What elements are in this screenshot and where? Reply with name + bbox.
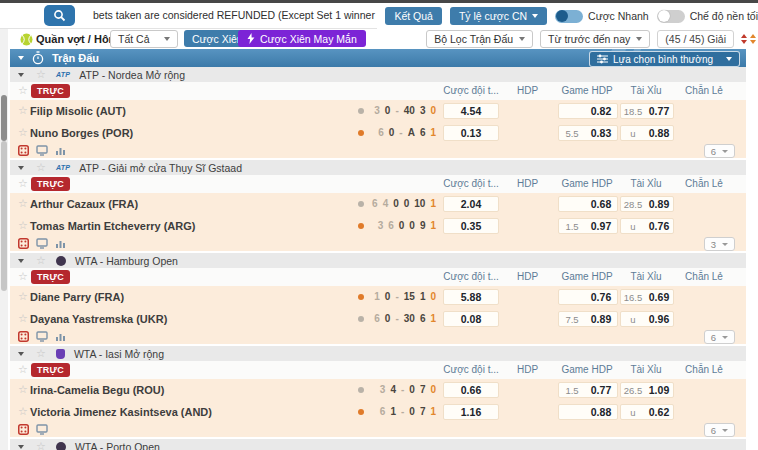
more-markets-select[interactable]: 3: [704, 237, 735, 251]
chevron-down-icon: [164, 37, 170, 41]
moneyline-odds[interactable]: 0.66: [443, 382, 499, 398]
score-token: 1: [420, 291, 426, 302]
league-row[interactable]: ☆ WTA - Iasi Mở rộng: [10, 346, 746, 361]
column-header-hdp: HDP: [505, 271, 550, 282]
favorite-star-icon[interactable]: ☆: [18, 220, 28, 231]
over-under-odds[interactable]: 18.50.77: [620, 103, 674, 119]
search-button[interactable]: [44, 5, 75, 26]
live-stream-icon[interactable]: [36, 145, 48, 156]
game-hdp-odds[interactable]: 0.68: [558, 196, 618, 212]
favorite-star-icon[interactable]: ☆: [18, 384, 28, 395]
league-row[interactable]: ☆ WTA - Hamburg Open: [10, 253, 746, 268]
column-header-odd-even: Chẵn Lẻ: [678, 178, 730, 189]
favorite-star-icon[interactable]: ☆: [18, 178, 28, 189]
statistics-icon[interactable]: [55, 238, 66, 249]
game-hdp-odds[interactable]: 7.50.89: [558, 311, 618, 327]
league-row[interactable]: ☆ WTA - Porto Open: [10, 439, 746, 450]
moneyline-odds[interactable]: 4.54: [443, 103, 499, 119]
favorite-star-icon[interactable]: ☆: [36, 348, 46, 359]
moneyline-odds[interactable]: 1.16: [443, 404, 499, 420]
favorite-star-icon[interactable]: ☆: [18, 85, 28, 96]
more-markets-select[interactable]: 6: [704, 144, 735, 158]
live-stream-icon[interactable]: [36, 331, 48, 342]
results-button[interactable]: Kết Quả: [385, 7, 442, 25]
moneyline-odds[interactable]: 5.88: [443, 289, 499, 305]
odds-type-button[interactable]: Tỷ lệ cược CN: [450, 7, 547, 25]
favorite-star-icon[interactable]: ☆: [36, 441, 46, 450]
league-name: ATP - Nordea Mở rộng: [79, 69, 185, 81]
bet-builder-icon[interactable]: [18, 238, 29, 249]
game-hdp-odds[interactable]: 0.76: [558, 289, 618, 305]
over-under-odds[interactable]: 28.50.89: [620, 196, 674, 212]
odds-value: 0.68: [585, 198, 617, 210]
match-tools-row: 6: [10, 330, 746, 344]
favorite-star-icon[interactable]: ☆: [18, 105, 28, 116]
chevron-down-icon: [722, 336, 728, 339]
sort-arrows-icon[interactable]: [741, 34, 756, 44]
bet-builder-icon[interactable]: [18, 424, 29, 435]
results-label: Kết Quả: [394, 10, 433, 22]
scrollbar-thumb[interactable]: [1, 95, 7, 141]
total-label: 16.5: [621, 292, 645, 303]
league-row[interactable]: ☆ ATP ATP - Nordea Mở rộng: [10, 67, 746, 82]
total-label: 26.5: [621, 385, 645, 396]
odds-value: 0.89: [585, 313, 617, 325]
favorite-star-icon[interactable]: ☆: [36, 255, 46, 266]
toggle-knob: [658, 10, 670, 22]
bet-builder-icon[interactable]: [18, 331, 29, 342]
game-hdp-odds[interactable]: 1.50.97: [558, 218, 618, 234]
odds-value: 0.77: [585, 384, 617, 396]
game-hdp-odds[interactable]: 0.82: [558, 103, 618, 119]
total-label: 18.5: [621, 106, 645, 117]
match-filter-select[interactable]: Bộ Lọc Trận Đấu: [426, 30, 533, 48]
game-hdp-odds[interactable]: 0.88: [558, 404, 618, 420]
favorite-star-icon[interactable]: ☆: [36, 69, 46, 80]
chevron-down-icon: [722, 429, 728, 432]
lucky-parlay-button[interactable]: Cược Xiên May Mắn: [238, 30, 366, 47]
over-under-odds[interactable]: 16.50.69: [620, 289, 674, 305]
live-stream-icon[interactable]: [36, 238, 48, 249]
wta-logo: [56, 442, 66, 450]
favorite-star-icon[interactable]: ☆: [18, 364, 28, 375]
view-mode-button[interactable]: Lựa chọn bình thường: [589, 51, 740, 67]
over-under-odds[interactable]: 26.51.09: [620, 382, 674, 398]
over-under-odds[interactable]: u0.76: [620, 218, 674, 234]
collapse-all-chevron[interactable]: [18, 56, 24, 60]
over-under-odds[interactable]: u0.96: [620, 311, 674, 327]
live-stream-icon[interactable]: [36, 424, 48, 435]
favorite-star-icon[interactable]: ☆: [18, 313, 28, 324]
date-range-select[interactable]: Từ trước đến nay: [540, 30, 650, 48]
time-filter-select[interactable]: Tất Cả: [110, 30, 178, 48]
score-token: 6: [388, 220, 394, 231]
league-section: ☆ WTA - Porto Open: [10, 439, 746, 450]
favorite-star-icon[interactable]: ☆: [18, 127, 28, 138]
moneyline-odds[interactable]: 0.13: [443, 125, 499, 141]
moneyline-odds[interactable]: 0.35: [443, 218, 499, 234]
statistics-icon[interactable]: [55, 145, 66, 156]
quick-bet-toggle[interactable]: [555, 10, 583, 23]
column-header-moneyline: Cược đội t...: [443, 178, 499, 189]
player-name: Irina-Camelia Begu (ROU): [30, 384, 164, 396]
favorite-star-icon[interactable]: ☆: [36, 162, 46, 173]
left-scrollbar[interactable]: [0, 29, 8, 450]
score-token: 6: [372, 198, 378, 209]
favorite-star-icon[interactable]: ☆: [18, 198, 28, 209]
game-hdp-odds[interactable]: 5.50.83: [558, 125, 618, 141]
game-hdp-odds[interactable]: 1.50.77: [558, 382, 618, 398]
bet-builder-icon[interactable]: [18, 145, 29, 156]
score-token: 4: [390, 384, 396, 395]
favorite-star-icon[interactable]: ☆: [18, 291, 28, 302]
favorite-star-icon[interactable]: ☆: [18, 271, 28, 282]
chevron-down-icon: [18, 73, 24, 77]
match-list: ☆ ATP ATP - Nordea Mở rộng ☆ TRỰC Cược đ…: [10, 67, 746, 450]
favorite-star-icon[interactable]: ☆: [18, 406, 28, 417]
league-row[interactable]: ☆ ATP ATP - Giải mở cửa Thụy Sĩ Gstaad: [10, 160, 746, 175]
statistics-icon[interactable]: [55, 331, 66, 342]
moneyline-odds[interactable]: 0.08: [443, 311, 499, 327]
more-markets-select[interactable]: 6: [704, 423, 735, 437]
moneyline-odds[interactable]: 2.04: [443, 196, 499, 212]
over-under-odds[interactable]: u0.88: [620, 125, 674, 141]
over-under-odds[interactable]: u0.62: [620, 404, 674, 420]
more-markets-select[interactable]: 6: [704, 330, 735, 344]
dark-mode-toggle[interactable]: [657, 10, 685, 23]
